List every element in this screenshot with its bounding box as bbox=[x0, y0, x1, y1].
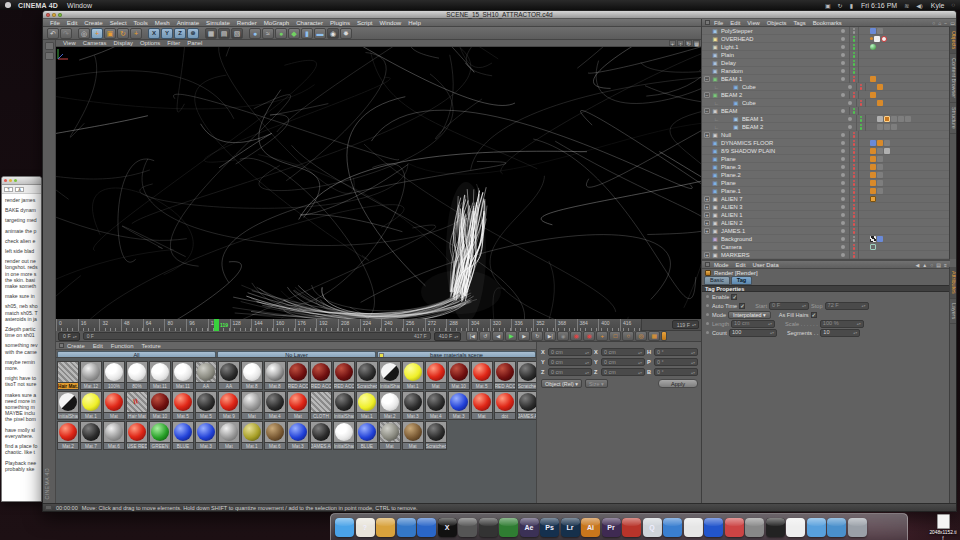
dock-trash-icon[interactable] bbox=[848, 518, 867, 537]
orange-tag-icon[interactable] bbox=[870, 76, 876, 82]
layer-dot[interactable] bbox=[841, 133, 845, 137]
rotation-field[interactable]: 0 °▴▾ bbox=[654, 368, 698, 376]
dock-utility-icon[interactable] bbox=[376, 518, 395, 537]
menu-item[interactable]: Window bbox=[380, 19, 402, 26]
record-sound-button[interactable]: ◉ bbox=[557, 331, 569, 341]
visibility-dots[interactable] bbox=[849, 171, 859, 179]
dock-app-icon[interactable] bbox=[704, 518, 723, 537]
visibility-dots[interactable] bbox=[849, 203, 859, 211]
material-item[interactable]: Mat.3 bbox=[402, 391, 425, 420]
object-name[interactable]: Light.1 bbox=[721, 44, 839, 50]
pan-view-icon[interactable]: + bbox=[669, 40, 676, 46]
material-item[interactable]: Mat.11 bbox=[172, 361, 195, 390]
object-row[interactable]: ∟ ▣ Delay bbox=[702, 59, 950, 67]
object-name[interactable]: Delay bbox=[721, 60, 839, 66]
zoom-icon[interactable] bbox=[14, 179, 17, 182]
record-button[interactable]: ◉ bbox=[570, 331, 582, 341]
lock-x-button[interactable]: X bbox=[148, 28, 160, 39]
orange-tag-icon[interactable] bbox=[870, 188, 876, 194]
object-name[interactable]: ALIEN 3 bbox=[721, 204, 839, 210]
checker-tag-icon[interactable] bbox=[870, 236, 876, 242]
material-thumbnail[interactable] bbox=[333, 391, 355, 413]
battery-icon[interactable]: ▮ bbox=[850, 2, 853, 9]
redo-button[interactable]: ↷ bbox=[60, 28, 72, 39]
material-thumbnail[interactable] bbox=[103, 361, 125, 383]
material-menu-item[interactable]: Edit bbox=[93, 343, 103, 349]
visibility-dots[interactable] bbox=[856, 115, 866, 123]
material-item[interactable]: Mat.8 bbox=[241, 361, 264, 390]
material-item[interactable]: Hair Mat.1 bbox=[57, 361, 80, 390]
material-item[interactable]: Mat bbox=[471, 391, 494, 420]
apple-menu-icon[interactable] bbox=[5, 2, 11, 8]
material-thumbnail[interactable] bbox=[333, 361, 355, 383]
dim-tag-icon[interactable] bbox=[877, 28, 883, 34]
side-tab[interactable]: Layers bbox=[950, 299, 957, 324]
key-scale-button[interactable]: □ bbox=[609, 331, 621, 341]
enable-checkbox[interactable]: ✓ bbox=[731, 294, 737, 300]
attribute-tab[interactable]: Basic bbox=[704, 276, 730, 285]
notes-titlebar[interactable] bbox=[2, 177, 41, 185]
layer-dot[interactable] bbox=[841, 253, 845, 257]
visibility-dots[interactable] bbox=[849, 187, 859, 195]
object-row[interactable]: ∟ ▣ OVERHEAD bbox=[702, 35, 950, 43]
previous-frame-button[interactable]: ◀ bbox=[492, 331, 504, 341]
material-item[interactable]: Mat bbox=[287, 391, 310, 420]
object-name[interactable]: ALIEN 1 bbox=[721, 212, 839, 218]
menubar-clock[interactable]: Fri 6:16 PM bbox=[861, 2, 897, 9]
object-name[interactable]: DYNAMICS FLOOR bbox=[721, 140, 839, 146]
layer-dot[interactable] bbox=[841, 141, 845, 145]
length-field[interactable]: 10 cm▴▾ bbox=[731, 320, 775, 328]
layer-dot[interactable] bbox=[841, 53, 845, 57]
dock-app-icon[interactable] bbox=[479, 518, 498, 537]
material-thumbnail[interactable] bbox=[241, 361, 263, 383]
size-field[interactable]: 0 cm▴▾ bbox=[601, 368, 645, 376]
material-item[interactable]: Mat.7 bbox=[80, 421, 103, 450]
goto-end-button[interactable]: ▶| bbox=[544, 331, 556, 341]
object-name[interactable]: Background bbox=[721, 236, 839, 242]
material-thumbnail[interactable] bbox=[402, 361, 424, 383]
lock-icon[interactable]: ▤ bbox=[936, 262, 941, 268]
material-thumbnail[interactable] bbox=[448, 361, 470, 383]
object-row[interactable]: ∟ + ▣ ALIEN 7 bbox=[702, 195, 950, 203]
dock-browser-icon[interactable] bbox=[417, 518, 436, 537]
material-item[interactable]: InitialShad bbox=[379, 361, 402, 390]
orange-tag-icon[interactable] bbox=[870, 172, 876, 178]
notes-window[interactable]: ¶ A render jamesBAKE dynamtargeting meda… bbox=[1, 176, 42, 502]
object-row[interactable]: ∟ ▣ 8/9 SHADOW PLAIN bbox=[702, 147, 950, 155]
om-menu-item[interactable]: File bbox=[714, 20, 723, 26]
play-backward-button[interactable]: ↺ bbox=[479, 331, 491, 341]
material-thumbnail[interactable] bbox=[356, 391, 378, 413]
close-icon[interactable] bbox=[4, 179, 7, 182]
sync-icon[interactable]: ↻ bbox=[838, 2, 843, 9]
layer-dot[interactable] bbox=[848, 85, 852, 89]
material-item[interactable]: RED ACCD bbox=[310, 361, 333, 390]
key-position-button[interactable]: + bbox=[596, 331, 608, 341]
material-thumbnail[interactable] bbox=[287, 421, 309, 443]
move-tool[interactable]: + bbox=[91, 28, 103, 39]
visibility-dots[interactable] bbox=[849, 107, 859, 115]
orange-tag-icon[interactable] bbox=[870, 92, 876, 98]
material-thumbnail[interactable] bbox=[57, 361, 79, 383]
dim-tag-icon[interactable] bbox=[877, 188, 883, 194]
material-thumbnail[interactable] bbox=[448, 391, 470, 413]
material-item[interactable]: Mat.5 bbox=[195, 391, 218, 420]
material-item[interactable]: Mat bbox=[241, 391, 264, 420]
orange-tag-icon[interactable] bbox=[877, 100, 883, 106]
object-name[interactable]: ALIEN 2 bbox=[721, 220, 839, 226]
object-row[interactable]: ∟ ▣ Plane bbox=[702, 155, 950, 163]
layer-dot[interactable] bbox=[841, 29, 845, 33]
material-item[interactable]: Mat bbox=[218, 421, 241, 450]
material-item[interactable]: Mat.1 bbox=[402, 361, 425, 390]
apply-button[interactable]: Apply bbox=[658, 379, 698, 388]
layer-dot[interactable] bbox=[841, 69, 845, 73]
am-menu-icon[interactable] bbox=[705, 262, 710, 267]
menu-item[interactable]: Tools bbox=[134, 19, 148, 26]
dock-preview-icon[interactable] bbox=[745, 518, 764, 537]
side-tab[interactable]: Attributes bbox=[950, 267, 957, 299]
material-item[interactable]: Mat bbox=[402, 421, 425, 450]
dock-mail-icon[interactable] bbox=[725, 518, 744, 537]
material-thumbnail[interactable] bbox=[310, 361, 332, 383]
window-titlebar[interactable]: SCENE_15_SH10_ATTRACTOR.c4d bbox=[43, 11, 956, 19]
material-item[interactable]: Mat.10 bbox=[448, 361, 471, 390]
object-name[interactable]: Cube bbox=[742, 100, 846, 106]
